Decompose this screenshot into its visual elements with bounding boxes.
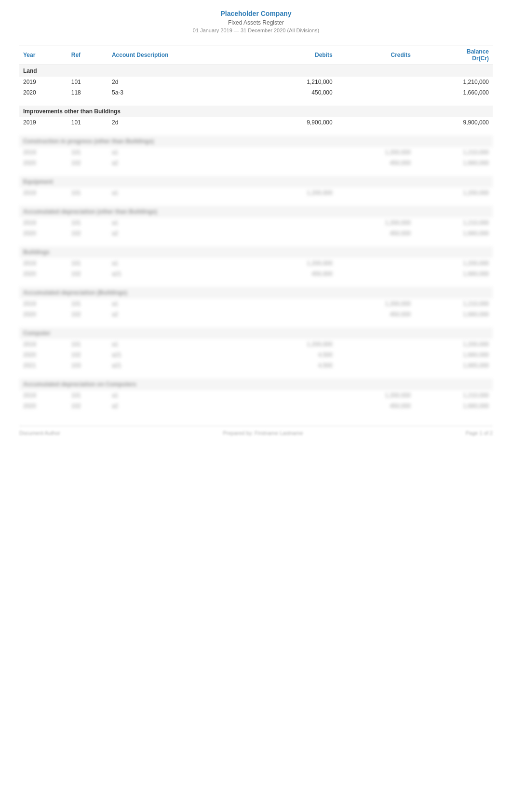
- cell-year: 2020: [19, 309, 67, 320]
- cell-debits: 9,900,000: [258, 117, 337, 128]
- cell-ref: 101: [67, 217, 108, 228]
- cell-debits: [258, 147, 337, 158]
- cell-debits: 1,200,000: [258, 339, 337, 350]
- section-header-section5: Accumulated depreciation (other than Bui…: [19, 206, 493, 217]
- cell-credits: [337, 350, 415, 360]
- col-credits: Credits: [337, 45, 415, 65]
- cell-year: 2020: [19, 87, 67, 98]
- cell-balance: 1,660,000: [415, 228, 493, 239]
- table-row: 2020 102 a2 450,000 1,660,000: [19, 158, 493, 168]
- cell-balance: 1,660,000: [415, 350, 493, 360]
- cell-debits: [258, 217, 337, 228]
- table-row: 2019 101 a1 1,200,000 1,210,000: [19, 298, 493, 309]
- cell-ref: 101: [67, 390, 108, 401]
- col-ref: Ref: [67, 45, 108, 65]
- cell-ref: 102: [67, 228, 108, 239]
- cell-desc: a1: [108, 339, 258, 350]
- table-row: 2019 101 a1 1,200,000 1,210,000: [19, 217, 493, 228]
- footer-center: Prepared by: Firstname Lastname: [223, 430, 303, 436]
- cell-credits: 450,000: [337, 228, 415, 239]
- cell-desc: a1: [108, 188, 258, 198]
- report-footer: Document Author Prepared by: Firstname L…: [19, 426, 493, 436]
- cell-balance: 1,200,000: [415, 339, 493, 350]
- cell-credits: 1,200,000: [337, 147, 415, 158]
- section-label: Accumulated depreciation (other than Bui…: [19, 206, 493, 217]
- cell-year: 2019: [19, 390, 67, 401]
- cell-balance: 1,660,000: [415, 87, 493, 98]
- cell-year: 2019: [19, 147, 67, 158]
- table-header-row: Year Ref Account Description Debits Cred…: [19, 45, 493, 65]
- col-desc: Account Description: [108, 45, 258, 65]
- cell-desc: a21: [108, 360, 258, 371]
- section-gap: [19, 371, 493, 379]
- cell-desc: 5a-3: [108, 87, 258, 98]
- table-row: 2019 101 a1 1,200,000 1,210,000: [19, 390, 493, 401]
- section-label: Improvements other than Buildings: [19, 106, 493, 117]
- cell-ref: 101: [67, 339, 108, 350]
- cell-ref: 102: [67, 401, 108, 411]
- col-year: Year: [19, 45, 67, 65]
- table-row: 2019 101 a1 1,200,000 1,200,000: [19, 258, 493, 269]
- section-header-improvements-other-than-buildings: Improvements other than Buildings: [19, 106, 493, 117]
- cell-credits: 450,000: [337, 158, 415, 168]
- cell-desc: a2: [108, 309, 258, 320]
- cell-credits: 450,000: [337, 309, 415, 320]
- cell-year: 2019: [19, 298, 67, 309]
- cell-credits: [337, 339, 415, 350]
- cell-ref: 102: [67, 158, 108, 168]
- report-subtitle: 01 January 2019 — 31 December 2020 (All …: [19, 27, 493, 33]
- section-header-section7: Accumulated depreciation (Buildings): [19, 287, 493, 298]
- cell-year: 2020: [19, 350, 67, 360]
- cell-credits: [337, 360, 415, 371]
- section-gap: [19, 98, 493, 106]
- cell-debits: [258, 390, 337, 401]
- col-balance: BalanceDr(Cr): [415, 45, 493, 65]
- cell-balance: 1,665,000: [415, 360, 493, 371]
- cell-credits: 1,200,000: [337, 390, 415, 401]
- cell-ref: 101: [67, 258, 108, 269]
- cell-ref: 103: [67, 360, 108, 371]
- cell-ref: 101: [67, 117, 108, 128]
- cell-balance: 1,660,000: [415, 269, 493, 279]
- cell-balance: 1,660,000: [415, 401, 493, 411]
- section-gap: [19, 128, 493, 135]
- table-row: 2019 101 2d 9,900,000 9,900,000: [19, 117, 493, 128]
- cell-ref: 118: [67, 87, 108, 98]
- cell-balance: 1,200,000: [415, 188, 493, 198]
- section-gap: [19, 279, 493, 287]
- cell-debits: 4,500: [258, 350, 337, 360]
- table-row: 2020 102 a21 4,500 1,660,000: [19, 350, 493, 360]
- cell-credits: 450,000: [337, 401, 415, 411]
- company-name: Placeholder Company: [19, 10, 493, 17]
- cell-year: 2019: [19, 258, 67, 269]
- cell-credits: 1,200,000: [337, 217, 415, 228]
- cell-desc: a2: [108, 158, 258, 168]
- cell-debits: [258, 158, 337, 168]
- cell-ref: 102: [67, 350, 108, 360]
- section-label: Accumulated depreciation on Computers: [19, 379, 493, 390]
- cell-debits: 450,000: [258, 269, 337, 279]
- section-header-section4: Equipment: [19, 176, 493, 188]
- cell-desc: a21: [108, 350, 258, 360]
- cell-debits: 1,200,000: [258, 188, 337, 198]
- cell-debits: 4,500: [258, 360, 337, 371]
- table-row: 2019 101 a1 1,200,000 1,210,000: [19, 147, 493, 158]
- cell-balance: 1,210,000: [415, 77, 493, 87]
- cell-ref: 101: [67, 77, 108, 87]
- cell-year: 2020: [19, 269, 67, 279]
- section-label: Accumulated depreciation (Buildings): [19, 287, 493, 298]
- cell-desc: 2d: [108, 77, 258, 87]
- cell-year: 2020: [19, 401, 67, 411]
- cell-balance: 1,200,000: [415, 258, 493, 269]
- table-row: 2020 102 a2 450,000 1,660,000: [19, 309, 493, 320]
- cell-ref: 102: [67, 309, 108, 320]
- cell-desc: a1: [108, 258, 258, 269]
- cell-balance: 9,900,000: [415, 117, 493, 128]
- table-row: 2021 103 a21 4,500 1,665,000: [19, 360, 493, 371]
- section-header-section9: Accumulated depreciation on Computers: [19, 379, 493, 390]
- cell-year: 2019: [19, 217, 67, 228]
- cell-desc: 2d: [108, 117, 258, 128]
- cell-year: 2019: [19, 117, 67, 128]
- report-header: Placeholder Company Fixed Assets Registe…: [19, 10, 493, 33]
- cell-year: 2020: [19, 158, 67, 168]
